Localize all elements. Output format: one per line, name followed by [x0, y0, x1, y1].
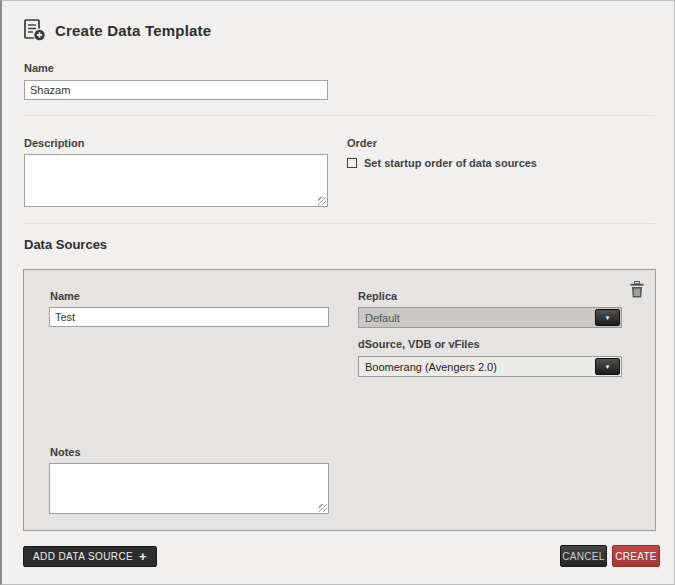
dsource-label: dSource, VDB or vFiles: [358, 338, 480, 350]
description-textarea-wrap: [24, 154, 328, 207]
description-textarea[interactable]: [24, 154, 328, 207]
add-data-source-button[interactable]: ADD DATA SOURCE +: [23, 546, 157, 567]
source-name-input[interactable]: [49, 307, 329, 327]
cancel-button[interactable]: CANCEL: [560, 545, 607, 567]
data-sources-heading: Data Sources: [24, 237, 107, 252]
dsource-dropdown-button[interactable]: ▼: [595, 358, 620, 375]
create-data-template-dialog: Create Data Template Name Description Or…: [0, 0, 675, 585]
dsource-select[interactable]: Boomerang (Avengers 2.0) ▼: [358, 356, 622, 377]
document-plus-icon: [22, 18, 48, 42]
order-checkbox-row: Set startup order of data sources: [347, 157, 537, 169]
notes-textarea[interactable]: [49, 463, 329, 514]
order-checkbox[interactable]: [347, 158, 357, 168]
replica-label: Replica: [358, 290, 397, 302]
replica-selected-value: Default: [359, 312, 595, 324]
divider-middle: [24, 223, 655, 224]
trash-icon: [629, 281, 645, 299]
replica-select[interactable]: Default ▼: [358, 307, 622, 328]
notes-label: Notes: [50, 446, 81, 458]
name-label: Name: [24, 62, 54, 74]
source-name-label: Name: [50, 290, 80, 302]
order-checkbox-label: Set startup order of data sources: [364, 157, 537, 169]
add-data-source-label: ADD DATA SOURCE: [33, 551, 133, 562]
resize-handle-icon[interactable]: [318, 197, 326, 205]
replica-dropdown-button[interactable]: ▼: [595, 309, 620, 326]
plus-icon: +: [139, 549, 147, 564]
name-input[interactable]: [24, 80, 328, 100]
create-button[interactable]: CREATE: [612, 545, 660, 567]
delete-source-button[interactable]: [629, 281, 645, 299]
resize-handle-icon[interactable]: [319, 504, 327, 512]
description-label: Description: [24, 137, 85, 149]
order-label: Order: [347, 137, 377, 149]
divider-top: [24, 115, 655, 116]
chevron-down-icon: ▼: [605, 315, 611, 321]
chevron-down-icon: ▼: [605, 364, 611, 370]
data-source-card: Name Replica Default ▼ dSource, VDB or v…: [23, 269, 656, 531]
notes-textarea-wrap: [49, 463, 329, 514]
dialog-header: Create Data Template: [22, 18, 211, 42]
dialog-title: Create Data Template: [55, 22, 211, 39]
dsource-selected-value: Boomerang (Avengers 2.0): [359, 361, 595, 373]
